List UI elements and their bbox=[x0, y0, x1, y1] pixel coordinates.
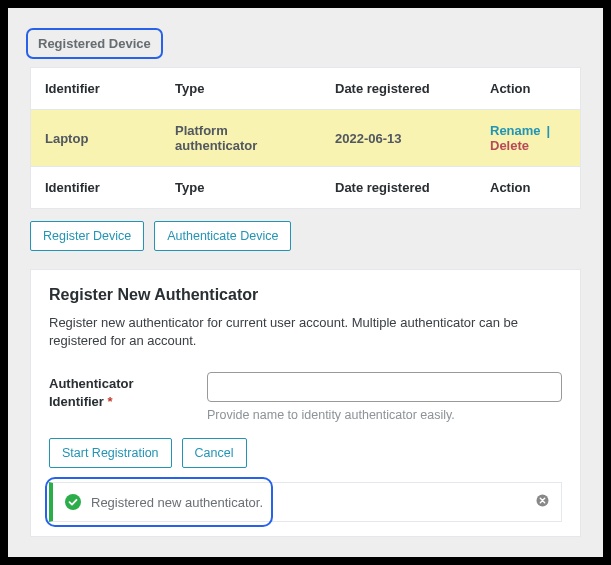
field-input-wrap: Provide name to identity authenticator e… bbox=[207, 372, 562, 422]
col-identifier-footer: Identifier bbox=[31, 167, 161, 208]
cell-date: 2022-06-13 bbox=[321, 110, 476, 166]
alert-container: Registered new authenticator. bbox=[49, 482, 562, 522]
register-device-button[interactable]: Register Device bbox=[30, 221, 144, 251]
field-row: Authenticator Identifier * Provide name … bbox=[49, 372, 562, 422]
col-date-footer: Date registered bbox=[321, 167, 476, 208]
section-title-registered-device: Registered Device bbox=[26, 28, 163, 59]
button-row: Register Device Authenticate Device bbox=[30, 221, 581, 251]
rename-link[interactable]: Rename bbox=[490, 123, 541, 138]
authenticator-identifier-input[interactable] bbox=[207, 372, 562, 402]
cell-identifier: Laptop bbox=[31, 110, 161, 166]
table-header-row: Identifier Type Date registered Action bbox=[31, 68, 580, 110]
cell-type: Platform authenticator bbox=[161, 110, 321, 166]
col-action-footer: Action bbox=[476, 167, 580, 208]
check-circle-icon bbox=[65, 494, 81, 510]
field-hint: Provide name to identity authenticator e… bbox=[207, 408, 562, 422]
frame: Registered Device Identifier Type Date r… bbox=[8, 8, 603, 557]
col-type-footer: Type bbox=[161, 167, 321, 208]
delete-link[interactable]: Delete bbox=[490, 138, 529, 153]
register-panel: Register New Authenticator Register new … bbox=[30, 269, 581, 537]
col-identifier: Identifier bbox=[31, 68, 161, 109]
action-separator: | bbox=[547, 123, 551, 138]
panel-button-row: Start Registration Cancel bbox=[49, 438, 562, 468]
panel-title: Register New Authenticator bbox=[49, 286, 562, 304]
authenticate-device-button[interactable]: Authenticate Device bbox=[154, 221, 291, 251]
table-footer-row: Identifier Type Date registered Action bbox=[31, 167, 580, 208]
svg-point-0 bbox=[65, 494, 81, 510]
success-alert: Registered new authenticator. bbox=[49, 482, 562, 522]
col-type: Type bbox=[161, 68, 321, 109]
field-label-text: Authenticator Identifier bbox=[49, 376, 134, 409]
device-table: Identifier Type Date registered Action L… bbox=[30, 67, 581, 209]
start-registration-button[interactable]: Start Registration bbox=[49, 438, 172, 468]
table-row: Laptop Platform authenticator 2022-06-13… bbox=[31, 110, 580, 167]
col-date: Date registered bbox=[321, 68, 476, 109]
close-icon[interactable] bbox=[536, 494, 549, 510]
cancel-button[interactable]: Cancel bbox=[182, 438, 247, 468]
alert-text: Registered new authenticator. bbox=[91, 495, 536, 510]
field-label: Authenticator Identifier * bbox=[49, 372, 189, 410]
col-action: Action bbox=[476, 68, 580, 109]
required-asterisk: * bbox=[108, 394, 113, 409]
panel-description: Register new authenticator for current u… bbox=[49, 314, 562, 350]
cell-action: Rename | Delete bbox=[476, 110, 580, 166]
